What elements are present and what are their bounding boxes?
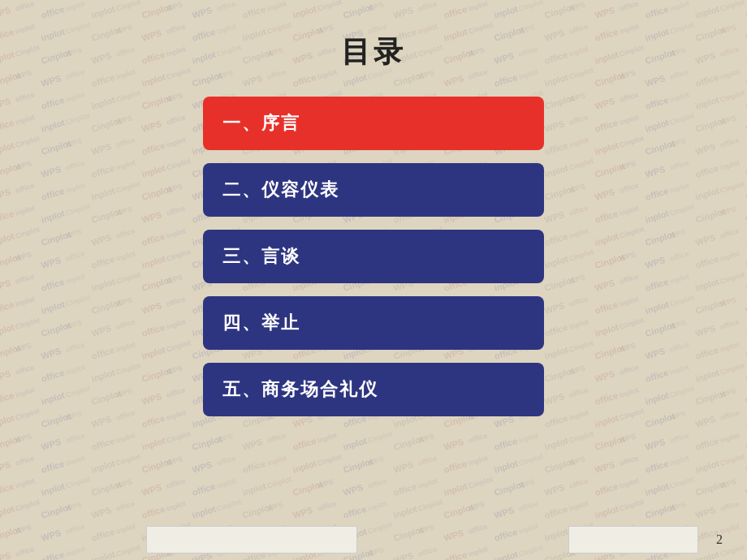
menu-item-4[interactable]: 四、举止 bbox=[203, 296, 544, 350]
page-number: 2 bbox=[716, 532, 723, 547]
menu-container: 一、序言 二、仪容仪表 三、言谈 四、举止 五、商务场合礼仪 bbox=[203, 97, 544, 416]
menu-item-3[interactable]: 三、言谈 bbox=[203, 230, 544, 283]
menu-item-5[interactable]: 五、商务场合礼仪 bbox=[203, 363, 544, 416]
menu-item-2[interactable]: 二、仪容仪表 bbox=[203, 163, 544, 217]
menu-item-4-label: 四、举止 bbox=[222, 312, 300, 333]
menu-item-5-label: 五、商务场合礼仪 bbox=[222, 379, 378, 399]
footer-right-box bbox=[568, 526, 698, 554]
menu-item-3-label: 三、言谈 bbox=[222, 246, 300, 266]
footer-left-box bbox=[146, 526, 357, 554]
menu-item-1-label: 一、序言 bbox=[222, 113, 300, 133]
menu-item-2-label: 二、仪容仪表 bbox=[222, 179, 339, 200]
page-title: 目录 bbox=[341, 32, 406, 72]
menu-item-1[interactable]: 一、序言 bbox=[203, 97, 544, 150]
page-content: 目录 一、序言 二、仪容仪表 三、言谈 四、举止 五、商务场合礼仪 bbox=[0, 0, 747, 560]
